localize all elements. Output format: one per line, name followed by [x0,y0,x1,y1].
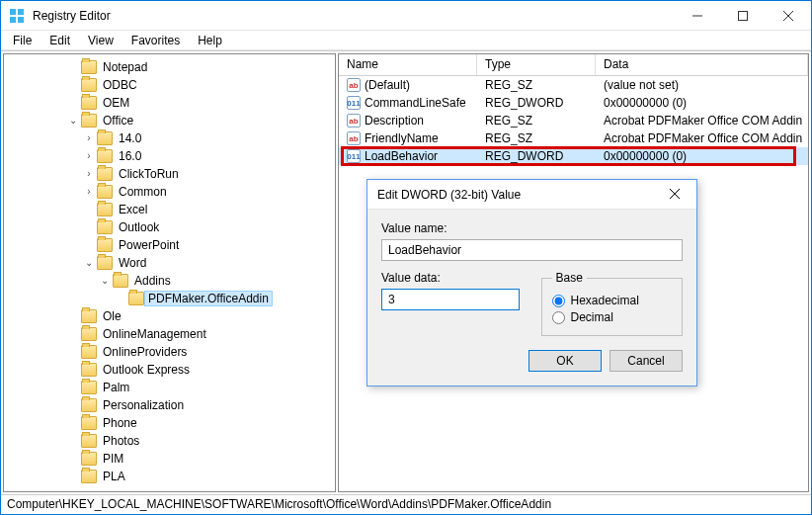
tree-node[interactable]: Palm [4,379,335,396]
folder-icon [81,452,97,466]
folder-icon [81,345,97,359]
chevron-down-icon[interactable]: ⌄ [99,275,111,287]
list-row[interactable]: ab(Default)REG_SZ(value not set) [339,76,808,94]
tree-node[interactable]: ⌄Addins [4,272,335,290]
chevron-down-icon[interactable]: ⌄ [67,115,79,127]
folder-icon [97,167,113,181]
dialog-titlebar: Edit DWORD (32-bit) Value [367,180,696,210]
window-buttons [675,1,811,30]
string-value-icon: ab [347,114,361,128]
close-button[interactable] [766,1,811,30]
tree-node[interactable]: ›16.0 [4,147,335,165]
value-type: REG_SZ [477,78,596,92]
titlebar: Registry Editor [1,1,811,31]
tree-node[interactable]: OnlineManagement [4,325,335,343]
valuedata-label: Value data: [381,271,524,285]
tree-node[interactable]: OEM [4,94,335,112]
valuename-field: LoadBehavior [381,239,683,261]
chevron-right-icon[interactable]: › [83,168,95,180]
chevron-right-icon[interactable]: › [83,186,95,198]
tree-node[interactable]: PIM [4,450,335,468]
tree-node-label: PowerPoint [117,238,181,252]
tree-node[interactable]: Outlook Express [4,361,335,379]
chevron-right-icon[interactable]: › [83,150,95,162]
tree-node[interactable]: Personalization [4,396,335,414]
svg-rect-5 [739,11,748,20]
folder-icon [97,131,113,145]
tree-node[interactable]: ›ClickToRun [4,165,335,183]
folder-icon [97,220,113,234]
dialog-close-button[interactable] [663,188,687,202]
col-data[interactable]: Data [596,54,808,75]
tree-node[interactable]: Notepad [4,58,335,76]
radio-hexadecimal[interactable]: Hexadecimal [552,294,673,307]
tree-node[interactable]: ⌄Word [4,254,335,272]
minimize-button[interactable] [675,1,720,30]
edit-dword-dialog: Edit DWORD (32-bit) Value Value name: Lo… [366,179,697,386]
registry-editor-window: Registry Editor File Edit View Favorites… [0,0,812,515]
maximize-button[interactable] [720,1,766,30]
list-row[interactable]: abFriendlyNameREG_SZAcrobat PDFMaker Off… [339,129,808,147]
value-type: REG_DWORD [477,149,596,163]
tree-node-label: Phone [101,416,139,430]
tree-node[interactable]: PDFMaker.OfficeAddin [4,290,335,307]
tree-node-label: Ole [101,309,123,323]
tree-node[interactable]: OnlineProviders [4,343,335,361]
list-row[interactable]: 011LoadBehaviorREG_DWORD0x00000000 (0) [339,147,808,165]
folder-icon [97,238,113,252]
list-row[interactable]: abDescriptionREG_SZAcrobat PDFMaker Offi… [339,112,808,129]
value-name: Description [365,114,424,128]
tree-node[interactable]: PLA [4,468,335,485]
chevron-down-icon[interactable]: ⌄ [83,257,95,269]
tree-node-label: Personalization [101,398,186,412]
col-name[interactable]: Name [339,54,477,75]
tree-node[interactable]: ⌄Office [4,112,335,129]
menu-edit[interactable]: Edit [41,32,78,49]
svg-rect-0 [10,9,16,15]
value-data: Acrobat PDFMaker Office COM Addin [596,114,808,128]
folder-icon [81,60,97,74]
tree-node[interactable]: PowerPoint [4,236,335,254]
tree-node[interactable]: Outlook [4,218,335,236]
ok-button[interactable]: OK [528,350,602,372]
tree-node[interactable]: Ole [4,307,335,325]
tree-node-label: PIM [101,452,125,466]
folder-icon [81,96,97,110]
tree-node[interactable]: Excel [4,201,335,218]
folder-icon [81,327,97,341]
tree-node[interactable]: ›14.0 [4,129,335,147]
value-name: FriendlyName [365,131,439,145]
chevron-right-icon[interactable]: › [83,132,95,144]
dialog-title: Edit DWORD (32-bit) Value [377,188,663,202]
menu-help[interactable]: Help [190,32,230,49]
radio-hexadecimal-input[interactable] [552,295,565,307]
column-headers[interactable]: Name Type Data [339,54,808,76]
radio-decimal-input[interactable] [552,311,565,324]
tree-node[interactable]: Phone [4,414,335,432]
base-group: Base Hexadecimal Decimal [541,271,684,336]
value-type: REG_SZ [477,114,596,128]
value-name: (Default) [365,78,410,92]
tree-node-label: OEM [101,96,131,110]
valuename-label: Value name: [381,221,683,235]
tree-node[interactable]: Photos [4,432,335,450]
menu-file[interactable]: File [5,32,40,49]
tree-node-label: PLA [101,470,127,483]
tree-node-label: Notepad [101,60,149,74]
menu-favorites[interactable]: Favorites [123,32,188,49]
cancel-button[interactable]: Cancel [609,350,683,372]
tree-node-label: Photos [101,434,141,448]
tree-node[interactable]: ODBC [4,76,335,94]
tree-node-label: 16.0 [117,149,143,163]
value-name: LoadBehavior [365,149,438,163]
tree-node[interactable]: ›Common [4,183,335,201]
menubar: File Edit View Favorites Help [1,31,811,50]
folder-icon [97,149,113,163]
menu-view[interactable]: View [80,32,122,49]
radio-decimal[interactable]: Decimal [552,310,673,324]
col-type[interactable]: Type [477,54,596,75]
valuedata-input[interactable] [381,289,520,310]
tree-node-label: OnlineProviders [101,345,189,359]
tree-pane[interactable]: NotepadODBCOEM⌄Office›14.0›16.0›ClickToR… [3,53,336,492]
list-row[interactable]: 011CommandLineSafeREG_DWORD0x00000000 (0… [339,94,808,112]
